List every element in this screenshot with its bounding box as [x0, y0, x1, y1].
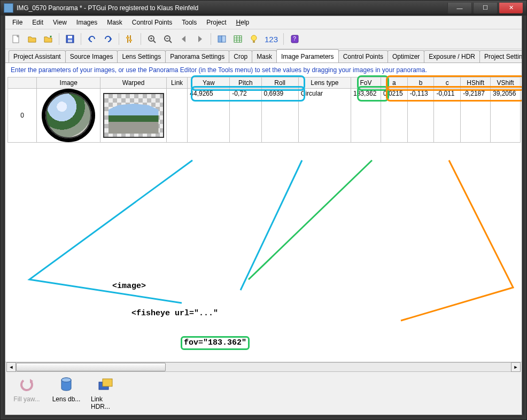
- col-index[interactable]: [8, 77, 37, 89]
- tab-panorama-settings[interactable]: Panorama Settings: [165, 50, 229, 63]
- tab-mask[interactable]: Mask: [252, 50, 277, 63]
- col-a[interactable]: a: [381, 77, 407, 89]
- lightbulb-icon[interactable]: [246, 32, 261, 46]
- anno-fisheye: <fisheye url="...": [112, 309, 404, 318]
- cell-index: 0: [8, 89, 37, 143]
- svg-line-13: [169, 41, 172, 43]
- svg-rect-3: [68, 40, 72, 42]
- cell-vshift[interactable]: 39,2056: [491, 89, 521, 143]
- scroll-left-icon[interactable]: ◄: [6, 362, 16, 372]
- warped-thumbnail[interactable]: [103, 93, 164, 138]
- cell-b[interactable]: -0,113: [407, 89, 434, 143]
- col-yaw[interactable]: Yaw: [188, 77, 230, 89]
- minimize-button[interactable]: —: [447, 3, 472, 14]
- menu-images[interactable]: Images: [72, 17, 102, 28]
- col-image[interactable]: Image: [37, 77, 100, 89]
- open-recent-icon[interactable]: [41, 32, 56, 46]
- anno-image-open: <image>: [112, 282, 404, 291]
- help-book-icon[interactable]: ?: [287, 32, 302, 46]
- tab-project-assistant[interactable]: Project Assistant: [9, 50, 66, 63]
- cell-a[interactable]: 0,0215: [381, 89, 407, 143]
- hint-text: Enter the parameters of your images, or …: [5, 63, 522, 77]
- table-icon[interactable]: [230, 32, 245, 46]
- fill-yaw-icon: [18, 376, 35, 393]
- menu-tools[interactable]: Tools: [177, 17, 201, 28]
- tab-optimizer[interactable]: Optimizer: [387, 50, 424, 63]
- content-area: Enter the parameters of your images, or …: [5, 63, 522, 372]
- menu-view[interactable]: View: [48, 17, 72, 28]
- cell-yaw[interactable]: 44,9265: [188, 89, 230, 143]
- menu-mask[interactable]: Mask: [102, 17, 127, 28]
- open-icon[interactable]: [25, 32, 40, 46]
- header-row: Image Warped Link Yaw Pitch Roll Lens ty…: [8, 77, 521, 89]
- prev-icon[interactable]: [176, 32, 191, 46]
- tab-source-images[interactable]: Source Images: [65, 50, 118, 63]
- menubar: File Edit View Images Mask Control Point…: [5, 16, 522, 29]
- code-annotation: <image> <fisheye url="..." fov="183.362"…: [112, 263, 404, 372]
- undo-icon[interactable]: [84, 32, 99, 46]
- source-thumbnail[interactable]: [45, 92, 91, 138]
- col-c[interactable]: c: [434, 77, 461, 89]
- next-icon[interactable]: [192, 32, 207, 46]
- redo-icon[interactable]: [100, 32, 115, 46]
- col-vshift[interactable]: VShift: [491, 77, 521, 89]
- tabstrip: Project Assistant Source Images Lens Set…: [5, 49, 522, 63]
- menu-project[interactable]: Project: [201, 17, 231, 28]
- col-pitch[interactable]: Pitch: [230, 77, 261, 89]
- col-link[interactable]: Link: [166, 77, 187, 89]
- app-icon: [4, 3, 13, 13]
- horizontal-scrollbar[interactable]: ◄ ►: [5, 362, 522, 372]
- svg-line-9: [153, 41, 156, 43]
- close-button[interactable]: ✕: [499, 3, 523, 14]
- maximize-button[interactable]: ☐: [473, 3, 498, 14]
- cell-pitch[interactable]: -0,72: [230, 89, 261, 143]
- svg-text:?: ?: [293, 36, 296, 42]
- new-project-icon[interactable]: [9, 32, 24, 46]
- window-buttons: — ☐ ✕: [447, 3, 523, 14]
- svg-rect-28: [103, 379, 112, 386]
- tab-project-settings[interactable]: Project Settings: [479, 50, 522, 63]
- svg-rect-6: [126, 37, 129, 38]
- svg-point-22: [251, 35, 257, 41]
- link-hdr-button[interactable]: Link HDR...: [91, 376, 121, 410]
- scroll-right-icon[interactable]: ►: [511, 362, 521, 372]
- col-warped[interactable]: Warped: [100, 77, 167, 89]
- tab-control-points[interactable]: Control Points: [338, 50, 388, 63]
- col-fov[interactable]: FoV: [351, 77, 381, 89]
- menu-control-points[interactable]: Control Points: [127, 17, 177, 28]
- svg-rect-7: [129, 40, 132, 41]
- toolbar-number[interactable]: 123: [262, 35, 280, 44]
- tab-image-parameters[interactable]: Image Parameters: [276, 49, 339, 63]
- col-b[interactable]: b: [407, 77, 434, 89]
- client-area: File Edit View Images Mask Control Point…: [5, 15, 522, 415]
- scroll-thumb[interactable]: [16, 363, 166, 371]
- cell-fov[interactable]: 183,362: [351, 89, 381, 143]
- menu-edit[interactable]: Edit: [27, 17, 48, 28]
- panorama-editor-icon[interactable]: [214, 32, 229, 46]
- toolbar: 123 ?: [5, 29, 522, 49]
- lens-db-button[interactable]: Lens db...: [51, 376, 81, 410]
- col-hshift[interactable]: HShift: [461, 77, 491, 89]
- tab-crop[interactable]: Crop: [229, 50, 252, 63]
- menu-help[interactable]: Help: [231, 17, 254, 28]
- zoom-out-icon[interactable]: [160, 32, 175, 46]
- tab-exposure-hdr[interactable]: Exposure / HDR: [424, 50, 480, 63]
- svg-rect-15: [218, 36, 222, 42]
- options-icon[interactable]: [122, 32, 137, 46]
- cell-lens[interactable]: Circular: [298, 89, 351, 143]
- table-row[interactable]: 0 44,9265 -0,72 0,6939 Circular 183,362 …: [8, 89, 521, 143]
- tab-lens-settings[interactable]: Lens Settings: [117, 50, 166, 63]
- svg-rect-16: [222, 36, 226, 42]
- save-icon[interactable]: [63, 32, 78, 46]
- svg-rect-4: [127, 35, 128, 43]
- scroll-track[interactable]: [16, 362, 511, 372]
- cell-roll[interactable]: 0,6939: [261, 89, 298, 143]
- col-lens[interactable]: Lens type: [298, 77, 351, 89]
- col-roll[interactable]: Roll: [261, 77, 298, 89]
- zoom-in-icon[interactable]: [144, 32, 159, 46]
- cell-c[interactable]: -0,011: [434, 89, 461, 143]
- app-window: IMG_0570 Panorama * - PTGui Pro register…: [0, 0, 527, 420]
- cell-link[interactable]: [166, 89, 187, 143]
- menu-file[interactable]: File: [7, 17, 27, 28]
- cell-hshift[interactable]: -9,2187: [461, 89, 491, 143]
